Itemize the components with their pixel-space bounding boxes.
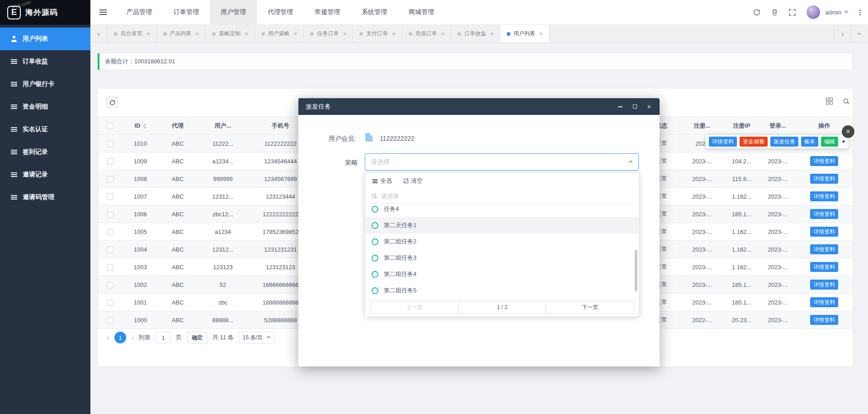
- search-icon[interactable]: [843, 98, 850, 105]
- row-checkbox[interactable]: [107, 141, 113, 147]
- detail-button[interactable]: 详情资料: [810, 280, 838, 290]
- tab[interactable]: 任务订单 ×: [304, 25, 353, 43]
- detail-button[interactable]: 详情资料: [810, 156, 838, 166]
- page-size-select[interactable]: 15 条/页: [239, 332, 275, 343]
- sidebar-item[interactable]: 订单收益: [0, 50, 90, 73]
- sidebar-item[interactable]: 邀请码管理: [0, 186, 90, 209]
- modal-title-bar[interactable]: 派发任务 ×: [298, 98, 660, 115]
- dropdown-option[interactable]: 任务4: [365, 204, 639, 217]
- top-nav-item[interactable]: 系统管理: [351, 0, 398, 24]
- row-action-button[interactable]: 账本: [801, 137, 818, 147]
- row-checkbox[interactable]: [107, 317, 113, 324]
- tab[interactable]: 支付订单 ×: [353, 25, 402, 43]
- row-checkbox[interactable]: [107, 229, 113, 235]
- dropdown-next-button[interactable]: 下一页: [546, 301, 634, 314]
- sidebar-item[interactable]: 邀请记录: [0, 163, 90, 186]
- tab[interactable]: 产品列表 ×: [157, 25, 206, 43]
- tab-close-icon[interactable]: ×: [196, 30, 199, 37]
- top-nav-item[interactable]: 订单管理: [163, 0, 210, 24]
- tab-close-icon[interactable]: ×: [294, 30, 297, 37]
- clear-action[interactable]: 清空: [404, 177, 423, 185]
- detail-button[interactable]: 详情资料: [810, 262, 838, 272]
- maximize-button[interactable]: [632, 104, 638, 110]
- tab-close-icon[interactable]: ×: [490, 30, 494, 37]
- row-checkbox[interactable]: [107, 158, 113, 165]
- cell-reg-ip: 185.1...: [724, 276, 760, 294]
- tab[interactable]: 用户列表 ×: [500, 25, 550, 43]
- refresh-icon[interactable]: [753, 9, 760, 16]
- more-menu-icon[interactable]: [859, 10, 861, 15]
- row-checkbox[interactable]: [107, 176, 113, 182]
- dropdown-option[interactable]: 第二天任务1: [365, 217, 639, 233]
- row-checkbox[interactable]: [107, 194, 113, 200]
- sidebar-item[interactable]: 资金明细: [0, 95, 90, 118]
- select-all-action[interactable]: 全选: [373, 177, 392, 185]
- sidebar-collapse-button[interactable]: [90, 0, 116, 24]
- tab[interactable]: 策略定制 ×: [206, 25, 255, 43]
- detail-button[interactable]: 详情资料: [810, 227, 838, 237]
- tab-close-icon[interactable]: ×: [146, 30, 150, 37]
- detail-button[interactable]: 详情资料: [810, 244, 838, 254]
- user-menu[interactable]: admin: [826, 9, 849, 16]
- close-floating-button[interactable]: ×: [842, 125, 854, 138]
- detail-button[interactable]: 详情资料: [810, 174, 838, 184]
- sidebar-item[interactable]: 实名认证: [0, 118, 90, 141]
- tab[interactable]: 后台首页 ×: [108, 25, 157, 43]
- tab-close-icon[interactable]: ×: [539, 30, 543, 37]
- tab[interactable]: 用户策略 ×: [255, 25, 304, 43]
- goto-page-input[interactable]: [156, 332, 171, 343]
- top-nav-item[interactable]: 代理管理: [257, 0, 304, 24]
- row-action-button[interactable]: 详情资料: [709, 137, 737, 147]
- sidebar-item[interactable]: 用户列表: [0, 28, 90, 50]
- row-checkbox[interactable]: [107, 300, 113, 306]
- tab-close-icon[interactable]: ×: [343, 30, 346, 37]
- tab-close-icon[interactable]: ×: [392, 30, 396, 37]
- dropdown-prev-button[interactable]: 上一页: [371, 301, 459, 314]
- row-checkbox[interactable]: [107, 247, 113, 253]
- detail-button[interactable]: 详情资料: [810, 191, 838, 201]
- detail-button[interactable]: 详情资料: [810, 209, 838, 219]
- row-action-button[interactable]: 编辑: [821, 137, 838, 147]
- sidebar-item[interactable]: 用户银行卡: [0, 73, 90, 95]
- row-checkbox[interactable]: [107, 264, 113, 271]
- tab-close-icon[interactable]: ×: [441, 30, 445, 37]
- tab-close-icon[interactable]: ×: [245, 30, 248, 37]
- row-action-button[interactable]: 派发任务: [770, 137, 798, 147]
- detail-button[interactable]: 详情资料: [810, 315, 838, 325]
- sort-icon[interactable]: [143, 124, 146, 129]
- top-nav-item[interactable]: 常规管理: [304, 0, 351, 24]
- sidebar-item[interactable]: 签到记录: [0, 141, 90, 163]
- columns-grid-icon[interactable]: [826, 98, 833, 105]
- tabs-scroll-right-button[interactable]: ›: [834, 25, 851, 43]
- dropdown-option[interactable]: 第二组任务4: [365, 266, 639, 282]
- top-nav-item[interactable]: 产品管理: [116, 0, 163, 24]
- modal-close-button[interactable]: ×: [646, 104, 652, 110]
- minimize-button[interactable]: [617, 104, 623, 110]
- dropdown-option[interactable]: 第二组任务5: [365, 282, 639, 299]
- tab[interactable]: 充值订单 ×: [402, 25, 452, 43]
- next-page-icon[interactable]: ›: [131, 333, 134, 342]
- strategy-select[interactable]: 请选择: [365, 153, 639, 171]
- prev-page-icon[interactable]: ‹: [107, 333, 109, 342]
- fullscreen-icon[interactable]: [789, 9, 796, 16]
- tabs-menu-button[interactable]: ›: [851, 25, 868, 43]
- top-nav-item[interactable]: 商城管理: [398, 0, 445, 24]
- select-all-checkbox[interactable]: [107, 123, 113, 129]
- row-action-button[interactable]: 资金调整: [740, 137, 768, 147]
- current-page[interactable]: 1: [114, 332, 126, 343]
- tabs-scroll-left-button[interactable]: ‹: [90, 25, 108, 43]
- table-refresh-button[interactable]: [106, 96, 118, 108]
- detail-button[interactable]: 详情资料: [810, 297, 838, 307]
- row-checkbox[interactable]: [107, 211, 113, 218]
- dropdown-option[interactable]: 第二组任务2: [365, 233, 639, 250]
- dropdown-search-input[interactable]: [381, 193, 632, 200]
- avatar[interactable]: [807, 5, 820, 19]
- row-checkbox[interactable]: [107, 282, 113, 288]
- scrollbar-thumb[interactable]: [635, 250, 637, 291]
- top-nav-item[interactable]: 用户管理: [210, 0, 257, 24]
- dropdown-option[interactable]: 第二组任务3: [365, 250, 639, 266]
- more-actions-caret-icon[interactable]: [842, 141, 845, 143]
- goto-confirm-button[interactable]: 确定: [187, 332, 208, 343]
- trash-icon[interactable]: [771, 9, 778, 16]
- tab[interactable]: 订单收益 ×: [451, 25, 500, 43]
